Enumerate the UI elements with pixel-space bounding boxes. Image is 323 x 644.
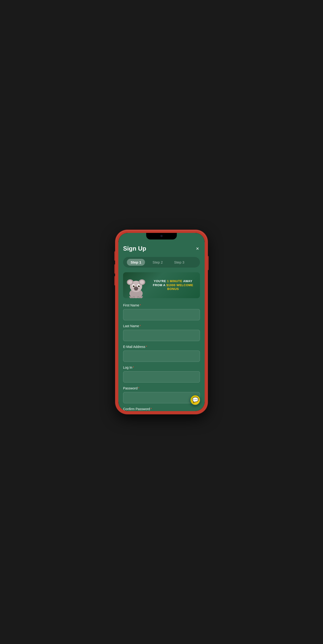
svg-point-19 xyxy=(137,296,139,298)
first-name-label: First Name* xyxy=(123,304,200,307)
step-1[interactable]: Step 1 xyxy=(127,259,145,266)
app-screen: Sign Up × Step 1 Step 2 Step 3 xyxy=(118,233,205,411)
password-input[interactable] xyxy=(123,392,200,403)
last-name-group: Last Name* xyxy=(123,324,200,341)
svg-point-18 xyxy=(133,296,135,298)
email-input[interactable] xyxy=(123,350,200,362)
svg-point-5 xyxy=(140,280,144,284)
phone-notch xyxy=(146,233,177,240)
login-group: Log In* xyxy=(123,366,200,382)
step-3[interactable]: Step 3 xyxy=(170,259,188,266)
chat-icon: 💬 xyxy=(192,397,198,403)
email-group: E-Mail Address* xyxy=(123,345,200,362)
koala-illustration xyxy=(123,272,149,298)
banner-highlight-1: 1 MINUTE xyxy=(167,279,182,283)
svg-point-21 xyxy=(141,296,143,298)
login-label: Log In* xyxy=(123,366,200,370)
svg-point-11 xyxy=(139,286,140,286)
page-title: Sign Up xyxy=(123,245,146,252)
phone-frame: Sign Up × Step 1 Step 2 Step 3 xyxy=(116,230,208,414)
confirm-password-group: Confirm Password* xyxy=(123,407,200,411)
chat-button[interactable]: 💬 xyxy=(190,395,200,405)
svg-point-10 xyxy=(134,286,134,286)
login-input[interactable] xyxy=(123,371,200,382)
last-name-input[interactable] xyxy=(123,330,200,341)
header: Sign Up × xyxy=(123,245,200,252)
svg-point-13 xyxy=(134,287,138,289)
confirm-password-label: Confirm Password* xyxy=(123,407,200,411)
banner-line2: FROM A $1000 WELCOME BONUS xyxy=(149,283,197,291)
svg-point-3 xyxy=(128,280,132,284)
app-content: Sign Up × Step 1 Step 2 Step 3 xyxy=(118,241,205,411)
first-name-input[interactable] xyxy=(123,309,200,320)
password-label: Password* xyxy=(123,386,200,390)
banner-highlight-2: $1000 WELCOME BONUS xyxy=(166,283,193,291)
email-label: E-Mail Address* xyxy=(123,345,200,349)
steps-container: Step 1 Step 2 Step 3 xyxy=(123,257,200,268)
banner-line1: YOU'RE 1 MINUTE AWAY xyxy=(149,279,197,283)
step-2[interactable]: Step 2 xyxy=(149,259,166,266)
promo-banner: YOU'RE 1 MINUTE AWAY FROM A $1000 WELCOM… xyxy=(123,272,200,298)
phone-screen: Sign Up × Step 1 Step 2 Step 3 xyxy=(118,233,205,411)
banner-text: YOU'RE 1 MINUTE AWAY FROM A $1000 WELCOM… xyxy=(149,278,200,293)
last-name-label: Last Name* xyxy=(123,324,200,328)
password-group: Password* xyxy=(123,386,200,403)
first-name-group: First Name* xyxy=(123,304,200,320)
close-button[interactable]: × xyxy=(195,245,200,252)
svg-point-16 xyxy=(129,296,131,298)
